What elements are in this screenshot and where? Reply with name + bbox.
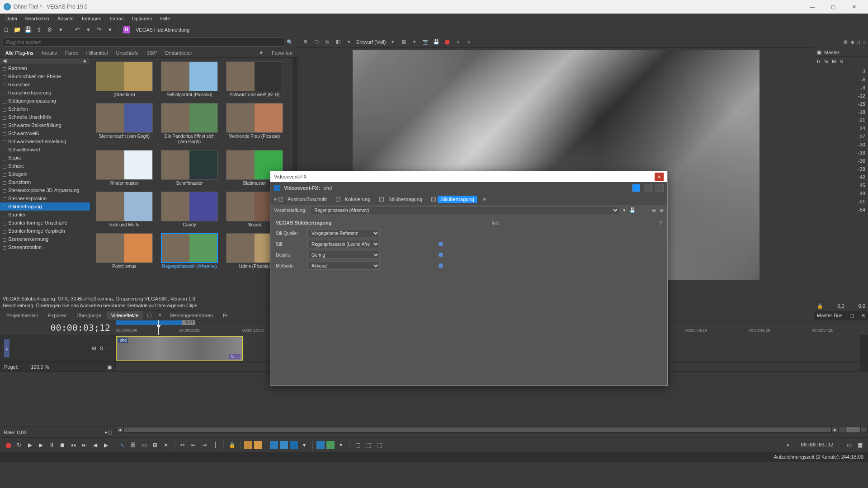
redo-icon[interactable]: ↷ xyxy=(95,26,103,33)
preview-mode[interactable]: Entwurf (Voll) xyxy=(356,39,386,45)
tab-hilfsmittel[interactable]: Hilfsmittel xyxy=(83,49,112,57)
dd3-icon[interactable]: ▾ xyxy=(411,38,418,46)
plugin-item[interactable]: Räumlichkeit der Ebene xyxy=(0,72,90,80)
keyframe-icon[interactable] xyxy=(439,263,443,268)
master-bus-label[interactable]: Master-Bus xyxy=(817,313,842,318)
bus-close-icon[interactable]: ✕ xyxy=(861,313,865,319)
tab-all[interactable]: Alle Plug-Ins xyxy=(2,49,37,57)
dd2-icon[interactable]: ▾ xyxy=(389,38,396,46)
keyframe-icon[interactable] xyxy=(439,242,443,246)
tool-b-button[interactable] xyxy=(280,441,288,449)
transport-timecode[interactable]: 00:00:03;12 xyxy=(801,442,834,448)
grid-icon[interactable]: ▦ xyxy=(400,38,407,46)
mixer-icon[interactable]: ⎍ xyxy=(857,39,860,45)
fx-view1-button[interactable] xyxy=(632,184,640,192)
video-clip[interactable]: ohd fx ... xyxy=(116,336,243,361)
tool-e-button[interactable] xyxy=(326,441,335,449)
menu-datei[interactable]: Datei xyxy=(2,15,21,22)
fx-chain-node[interactable]: Stilübertragung xyxy=(386,196,425,203)
preset-item[interactable]: Schriftmuster xyxy=(161,150,218,186)
properties-icon[interactable]: ⚙ xyxy=(46,26,53,33)
fx-view3-button[interactable] xyxy=(656,184,664,192)
master-fx1[interactable]: fx xyxy=(817,59,821,64)
plugin-item[interactable]: Strahlenförmige Verpixeln xyxy=(0,227,90,235)
loop-region[interactable] xyxy=(116,320,182,325)
plugin-item[interactable]: Schwarzwiederherstellung xyxy=(0,137,90,145)
trim-start-button[interactable]: ⇤ xyxy=(189,441,198,450)
tool-g-button[interactable]: ⬚ xyxy=(353,441,362,450)
tab-explorer[interactable]: Explorer xyxy=(43,311,71,319)
menu-ansicht[interactable]: Ansicht xyxy=(54,15,77,22)
split-icon[interactable]: ◧ xyxy=(335,38,342,46)
list1-icon[interactable]: ≡ xyxy=(454,38,462,46)
tab-mediengen[interactable]: Mediengeneratoren xyxy=(165,311,217,319)
plugin-item[interactable]: Rahmen xyxy=(0,64,90,72)
level-value[interactable]: 100,0 % xyxy=(31,364,49,370)
tool-dd-icon[interactable]: ▾ xyxy=(300,441,309,450)
snap-button[interactable]: ⊞ xyxy=(151,441,160,450)
tab-farbe[interactable]: Farbe xyxy=(61,49,82,57)
fx-param-select[interactable]: Vorgegebene Referenz xyxy=(307,229,380,237)
fx-bypass-checkbox[interactable] xyxy=(278,197,283,202)
preset-item[interactable]: Selbstporträt (Picasso) xyxy=(161,61,218,98)
menu-hilfe[interactable]: Hilfe xyxy=(156,15,174,22)
zoom-tool-button[interactable]: ▭ xyxy=(844,441,854,450)
lock-icon[interactable]: 🔒 xyxy=(817,303,823,309)
fx-chain-node[interactable]: Kolorierung xyxy=(342,196,373,203)
marker-button[interactable] xyxy=(244,441,252,449)
fx-add-icon[interactable]: ⊕ xyxy=(652,207,656,213)
fx-close-button[interactable]: ✕ xyxy=(655,173,664,181)
snapshot-icon[interactable]: 📷 xyxy=(422,38,429,46)
fx-chain-node[interactable]: Stilübertragung xyxy=(438,196,477,203)
preset-item[interactable]: (Standard) xyxy=(96,61,153,98)
record-preview-icon[interactable]: ⬤ xyxy=(443,38,451,46)
plugin-item[interactable]: Sphäre xyxy=(0,162,90,170)
insert-icon[interactable]: ⊕ xyxy=(850,39,854,45)
timecode-display[interactable]: 00:00:03;12 xyxy=(0,322,116,333)
dropdown-icon[interactable]: ▾ xyxy=(57,26,64,33)
tab-pr[interactable]: Pr xyxy=(218,311,232,319)
master-mute[interactable]: M xyxy=(832,59,836,64)
videoevent-fx-dialog[interactable]: Videoevent-FX ✕ Videoevent-FX: ohd Posit… xyxy=(270,171,668,386)
tab-videoeffekte[interactable]: Videoeffekte xyxy=(107,311,143,319)
fx-icon[interactable]: fx xyxy=(324,38,331,46)
split-button[interactable]: ⎮ xyxy=(211,441,220,450)
timeline-hscroll[interactable]: ◀▶ −+ xyxy=(116,427,868,433)
dd-icon[interactable]: ▾ xyxy=(345,38,353,46)
fx-chain-icon[interactable] xyxy=(274,185,280,191)
fx-chain-node[interactable]: Position/Zuschnitt xyxy=(285,196,330,203)
preset-item[interactable]: Weinende Frau (Picasso) xyxy=(226,103,283,145)
fx-bypass-checkbox[interactable] xyxy=(379,197,384,202)
cut-button[interactable]: ✂ xyxy=(178,441,187,450)
search-input[interactable] xyxy=(3,38,284,47)
undo-dropdown-icon[interactable]: ▾ xyxy=(85,26,92,33)
pause-button[interactable]: ⏸ xyxy=(47,441,56,450)
region-marker[interactable]: =S.01 xyxy=(182,320,195,325)
track-solo[interactable]: S xyxy=(100,346,103,351)
fx-param-select[interactable]: Regenprinzessin (Leond Afre xyxy=(307,240,380,248)
preset-item[interactable]: Schwarz und weiß (KLH) xyxy=(226,61,283,98)
fx-bypass-checkbox[interactable] xyxy=(336,197,340,202)
prev-frame-button[interactable]: ◀ xyxy=(90,441,99,450)
gear-icon[interactable]: ⚙ xyxy=(843,39,848,45)
tab-favoriten[interactable]: Favoriten xyxy=(268,49,296,57)
tab-pin-icon[interactable]: ▢ xyxy=(144,311,154,319)
preset-item[interactable]: Rick und Morty xyxy=(96,192,153,228)
tool-h-button[interactable]: ⬚ xyxy=(364,441,373,450)
search-icon[interactable]: 🔍 xyxy=(284,39,295,45)
menu-einfuegen[interactable]: Einfügen xyxy=(78,15,105,22)
region-button[interactable] xyxy=(254,441,262,449)
plugin-item[interactable]: Schärfen xyxy=(0,105,90,113)
tool-f-button[interactable]: ✦ xyxy=(336,441,345,450)
undo-icon[interactable]: ↶ xyxy=(74,26,81,33)
preset-item[interactable]: Rindenmuster xyxy=(96,150,153,186)
plugin-item[interactable]: Schwarze Balkenfüllung xyxy=(0,121,90,129)
preset-select[interactable]: Regenprinzessin (Afremov) xyxy=(310,206,619,214)
magnet-button[interactable]: ⛓ xyxy=(129,441,138,450)
plugin-item[interactable]: Sepia xyxy=(0,154,90,162)
plugin-item[interactable]: Stilübertragung xyxy=(0,202,90,211)
fx-param-select[interactable]: Akkurat xyxy=(307,262,380,270)
open-icon[interactable]: 📁 xyxy=(14,26,21,33)
tab-third[interactable]: Drittanbieter xyxy=(161,49,196,57)
tab-360[interactable]: 360° xyxy=(143,49,161,57)
